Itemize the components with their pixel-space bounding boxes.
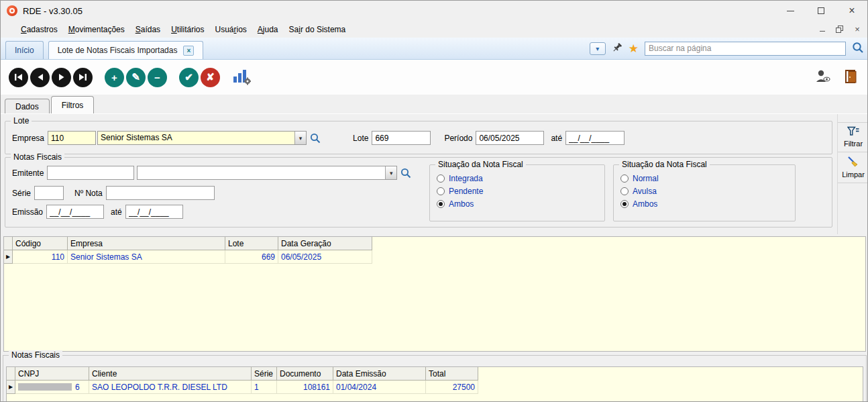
empresa-search-icon[interactable] bbox=[310, 133, 321, 144]
situacao1-title: Situação da Nota Fiscal bbox=[435, 160, 526, 169]
empresa-combo[interactable]: Senior Sistemas SA ▾ bbox=[97, 131, 307, 145]
maximize-button[interactable] bbox=[806, 1, 836, 21]
empresa-combo-dropdown-icon[interactable]: ▾ bbox=[294, 132, 306, 144]
mdi-close-icon[interactable]: × bbox=[853, 25, 862, 34]
col-header-codigo[interactable]: Código bbox=[13, 237, 68, 250]
radio-ambos-tipo[interactable]: Ambos bbox=[620, 199, 795, 209]
chevron-down-icon[interactable]: ▾ bbox=[590, 42, 606, 55]
radio-pendente[interactable]: Pendente bbox=[437, 187, 604, 196]
emissao-ate-input[interactable] bbox=[125, 205, 183, 219]
search-input[interactable] bbox=[645, 42, 846, 56]
minimize-button[interactable] bbox=[775, 1, 806, 21]
add-record-button[interactable]: + bbox=[105, 68, 124, 87]
cell-lote: 669 bbox=[225, 250, 278, 264]
periodo-label: Período bbox=[444, 134, 472, 143]
menu-cadastros[interactable]: Cadastros bbox=[15, 23, 63, 36]
radio-ambos-integracao[interactable]: Ambos bbox=[437, 199, 604, 209]
tab-inicio[interactable]: Início bbox=[5, 41, 44, 59]
mdi-restore-icon[interactable] bbox=[835, 25, 845, 34]
nnota-label: Nº Nota bbox=[74, 189, 103, 198]
emitente-combo-dropdown-icon[interactable]: ▾ bbox=[385, 166, 396, 179]
exit-door-icon[interactable] bbox=[845, 70, 857, 85]
radio-circle bbox=[620, 200, 629, 208]
table-row[interactable]: ▶ 110 Senior Sistemas SA 669 06/05/2025 bbox=[4, 250, 865, 264]
tab-close-icon[interactable]: × bbox=[183, 46, 194, 56]
limpar-button[interactable]: Limpar bbox=[838, 152, 868, 183]
col-header-empresa[interactable]: Empresa bbox=[68, 237, 225, 250]
radio-avulsa[interactable]: Avulsa bbox=[620, 187, 795, 196]
col-header-documento[interactable]: Documento bbox=[277, 367, 333, 381]
pin-icon[interactable] bbox=[612, 42, 622, 55]
chart-settings-icon[interactable] bbox=[232, 68, 251, 87]
cell-data-emissao: 01/04/2024 bbox=[333, 381, 426, 394]
radio-circle bbox=[620, 187, 629, 195]
last-record-button[interactable] bbox=[73, 68, 93, 87]
cell-empresa: Senior Sistemas SA bbox=[68, 250, 225, 264]
notas-fiscais-section: Notas Fiscais CNPJ Cliente Série Documen… bbox=[3, 355, 867, 402]
delete-record-button[interactable]: − bbox=[148, 68, 167, 87]
serie-input[interactable] bbox=[34, 186, 64, 200]
periodo-ate-input[interactable] bbox=[565, 131, 625, 145]
mdi-window-controls: × bbox=[818, 25, 862, 34]
lotes-grid-header: Código Empresa Lote Data Geração bbox=[4, 237, 865, 250]
cell-documento: 108161 bbox=[277, 381, 333, 394]
tab-lote-notas-fiscais-importadas[interactable]: Lote de Notas Fiscais Importadas × bbox=[48, 41, 204, 59]
first-record-button[interactable] bbox=[9, 68, 28, 87]
menu-utilitarios[interactable]: Utilitários bbox=[166, 23, 209, 36]
col-header-lote[interactable]: Lote bbox=[225, 237, 278, 250]
col-header-serie[interactable]: Série bbox=[252, 367, 277, 381]
radio-circle bbox=[620, 174, 629, 183]
periodo-input[interactable] bbox=[476, 131, 544, 145]
emitente-code-input[interactable] bbox=[47, 166, 134, 180]
app-icon bbox=[7, 5, 17, 16]
lotes-grid: Código Empresa Lote Data Geração ▶ 110 S… bbox=[3, 236, 866, 352]
tab-filtros[interactable]: Filtros bbox=[51, 96, 95, 113]
emitente-label: Emitente bbox=[12, 168, 44, 178]
current-row-indicator-icon: ▶ bbox=[4, 250, 13, 264]
confirm-button[interactable]: ✔ bbox=[179, 68, 199, 87]
emissao-label: Emissão bbox=[12, 207, 43, 217]
tab-dados[interactable]: Dados bbox=[5, 99, 50, 113]
nnota-input[interactable] bbox=[106, 186, 215, 200]
window-title: RDE - v3.30.05 bbox=[23, 6, 83, 16]
cnpj-redaction-block bbox=[18, 383, 72, 391]
close-button[interactable]: × bbox=[836, 1, 867, 21]
lote-label: Lote bbox=[353, 134, 368, 143]
cell-data-geracao: 06/05/2025 bbox=[278, 250, 372, 264]
page-tab-strip: Dados Filtros bbox=[1, 95, 867, 113]
emissao-input[interactable] bbox=[46, 205, 104, 219]
broom-icon bbox=[847, 156, 859, 169]
mdi-minimize-icon[interactable] bbox=[818, 25, 827, 34]
emitente-search-icon[interactable] bbox=[400, 168, 411, 179]
radio-circle bbox=[437, 174, 445, 183]
next-record-button[interactable] bbox=[52, 68, 71, 87]
empresa-code-input[interactable] bbox=[48, 131, 96, 145]
search-icon[interactable] bbox=[852, 42, 864, 56]
cell-total: 27500 bbox=[426, 381, 478, 394]
menu-ajuda[interactable]: Ajuda bbox=[252, 23, 284, 36]
favorites-star-icon[interactable]: ★ bbox=[629, 43, 639, 54]
edit-record-button[interactable]: ✎ bbox=[126, 68, 146, 87]
radio-normal[interactable]: Normal bbox=[620, 174, 795, 183]
emitente-combo[interactable]: ▾ bbox=[137, 166, 397, 180]
cancel-button[interactable]: ✘ bbox=[201, 68, 220, 87]
table-row[interactable]: ▶ 6 SAO LEOPOLDO T.R.R. DIESEL LTD 1 108… bbox=[7, 381, 863, 394]
col-header-cliente[interactable]: Cliente bbox=[89, 367, 252, 381]
lote-groupbox: Lote Empresa Senior Sistemas SA ▾ Lote P… bbox=[5, 121, 832, 154]
filtrar-button[interactable]: Filtrar bbox=[838, 122, 868, 152]
notas-fiscais-group-title: Notas Fiscais bbox=[11, 152, 64, 162]
menu-saidas[interactable]: Saídas bbox=[130, 23, 166, 36]
col-header-cnpj[interactable]: CNPJ bbox=[15, 367, 89, 381]
prior-record-button[interactable] bbox=[30, 68, 50, 87]
empresa-combo-value: Senior Sistemas SA bbox=[98, 132, 294, 144]
menu-sair-do-sistema[interactable]: Sair do Sistema bbox=[284, 23, 351, 36]
col-header-total[interactable]: Total bbox=[426, 367, 478, 381]
user-view-icon[interactable] bbox=[816, 70, 830, 85]
menu-usuarios[interactable]: Usuários bbox=[209, 23, 252, 36]
menu-movimentacoes[interactable]: Movimentações bbox=[63, 23, 130, 36]
lote-input[interactable] bbox=[372, 131, 431, 145]
col-header-data-geracao[interactable]: Data Geração bbox=[278, 237, 372, 250]
col-header-data-emissao[interactable]: Data Emissão bbox=[333, 367, 426, 381]
radio-integrada[interactable]: Integrada bbox=[437, 174, 604, 183]
notas-fiscais-section-title: Notas Fiscais bbox=[9, 350, 62, 360]
